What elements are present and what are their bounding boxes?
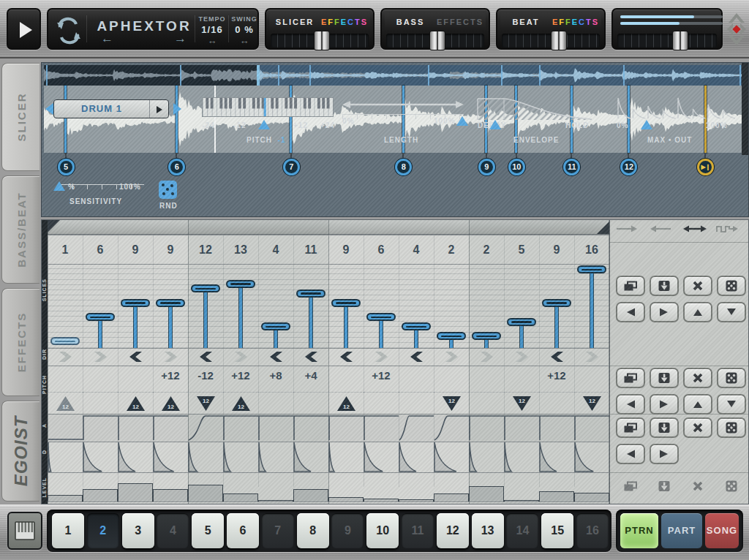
tab-slicer[interactable]: SLICER xyxy=(1,63,39,171)
pitch-cell[interactable]: +12 xyxy=(539,366,574,414)
right-button[interactable] xyxy=(650,394,679,415)
pitch-cell[interactable] xyxy=(469,366,504,414)
decay-cell[interactable] xyxy=(574,442,609,472)
slice-number-cell[interactable]: 11 xyxy=(293,235,328,264)
dir-forward-icon[interactable] xyxy=(445,352,458,362)
slice-slider[interactable] xyxy=(539,264,574,348)
attack-cell[interactable] xyxy=(504,414,539,442)
pattern-button-15[interactable]: 15 xyxy=(541,513,573,548)
octave-down-triangle[interactable]: 12 xyxy=(443,396,461,411)
slice-slider[interactable] xyxy=(574,264,609,348)
slice-slider-cap[interactable] xyxy=(86,313,115,321)
dice-button[interactable] xyxy=(717,276,746,296)
decay-cell[interactable] xyxy=(469,442,504,472)
slice-slider[interactable] xyxy=(223,264,258,348)
slicer-fx-fader[interactable] xyxy=(271,34,369,48)
attack-cell[interactable] xyxy=(574,414,609,442)
tab-bass-beat[interactable]: BASS/BEAT xyxy=(1,175,39,284)
attack-cell[interactable] xyxy=(48,414,83,442)
dir-forward-icon[interactable] xyxy=(94,352,107,362)
pitch-cell[interactable]: 12 xyxy=(574,366,609,414)
down-button[interactable] xyxy=(717,302,746,322)
slice-number-cell[interactable]: 2 xyxy=(434,235,469,264)
attack-cell[interactable] xyxy=(83,414,118,442)
slice-number-cell[interactable]: 2 xyxy=(469,235,504,264)
decay-cell[interactable] xyxy=(188,442,223,472)
playdir-arrow-right[interactable] xyxy=(614,223,644,241)
mode-part-button[interactable]: PART xyxy=(661,513,702,548)
level-cell[interactable] xyxy=(118,472,153,502)
pattern-button-8[interactable]: 8 xyxy=(297,513,329,548)
dir-cell[interactable] xyxy=(504,348,539,366)
dir-cell[interactable] xyxy=(399,348,434,366)
right-button[interactable] xyxy=(650,302,679,322)
sample-select[interactable]: DRUM 1 xyxy=(53,99,169,118)
pattern-button-5[interactable]: 5 xyxy=(192,513,224,548)
dir-cell[interactable] xyxy=(223,348,258,366)
pattern-button-13[interactable]: 13 xyxy=(472,513,504,548)
pitch-cell[interactable]: 12 xyxy=(434,366,469,414)
slice-number-cell[interactable]: 16 xyxy=(574,235,609,264)
slice-random-dice[interactable] xyxy=(159,181,177,199)
slice-slider[interactable] xyxy=(434,264,469,348)
playdir-arrow-snake[interactable] xyxy=(715,223,745,241)
level-cell[interactable] xyxy=(399,472,434,502)
decay-cell[interactable] xyxy=(48,442,83,472)
decay-cell[interactable] xyxy=(539,442,574,472)
dir-reverse-icon[interactable] xyxy=(270,352,282,362)
dir-cell[interactable] xyxy=(574,348,609,366)
slice-number-cell[interactable]: 1 xyxy=(48,235,83,264)
pitch-cell[interactable]: -1212 xyxy=(188,366,223,414)
bass-mix-button[interactable]: BASS xyxy=(385,13,436,31)
dice-button[interactable] xyxy=(717,368,746,388)
pattern-button-6[interactable]: 6 xyxy=(227,513,259,548)
level-cell[interactable] xyxy=(364,472,399,502)
pattern-button-7[interactable]: 7 xyxy=(262,513,294,548)
slice-slider-cap[interactable] xyxy=(577,265,606,273)
slice-marker-12[interactable]: 12 xyxy=(620,159,637,175)
attack-cell[interactable] xyxy=(293,414,328,442)
octave-down-triangle[interactable]: 12 xyxy=(197,396,215,411)
volume-fader[interactable] xyxy=(617,34,717,48)
sample-dropdown-icon[interactable] xyxy=(149,100,168,118)
octave-up-triangle[interactable]: 12 xyxy=(162,396,180,411)
dir-cell[interactable] xyxy=(328,348,364,366)
level-cell[interactable] xyxy=(539,472,574,502)
dir-cell[interactable] xyxy=(364,348,399,366)
dir-reverse-icon[interactable] xyxy=(551,352,563,362)
slice-slider-cap[interactable] xyxy=(331,299,361,307)
slice-marker-9[interactable]: 9 xyxy=(478,159,495,175)
pattern-button-16[interactable]: 16 xyxy=(576,513,609,548)
level-cell[interactable] xyxy=(83,472,118,502)
tempo-control[interactable]: TEMPO 1/16 ↔ xyxy=(196,15,228,46)
level-cell[interactable] xyxy=(188,472,223,502)
level-cell[interactable] xyxy=(153,472,188,502)
beat-fx-fader[interactable] xyxy=(502,34,600,48)
slice-slider-cap[interactable] xyxy=(507,318,536,326)
undo-icon[interactable] xyxy=(56,14,82,30)
dir-forward-icon[interactable] xyxy=(481,352,493,362)
pitch-cell[interactable] xyxy=(399,366,434,414)
envelope-cursor[interactable] xyxy=(489,120,501,129)
attack-cell[interactable] xyxy=(539,414,574,442)
pitch-cell[interactable]: 12 xyxy=(48,366,83,414)
dir-cell[interactable] xyxy=(153,348,188,366)
bass-fx-fader[interactable] xyxy=(386,34,484,48)
dir-cell[interactable] xyxy=(118,348,153,366)
bass-fx-fader-knob[interactable] xyxy=(429,31,445,50)
slice-slider[interactable] xyxy=(328,264,364,348)
slice-number-cell[interactable]: 9 xyxy=(328,235,364,264)
decay-cell[interactable] xyxy=(118,442,153,472)
dir-cell[interactable] xyxy=(83,348,118,366)
slice-slider-cap[interactable] xyxy=(472,332,501,340)
octave-up-triangle[interactable]: 12 xyxy=(337,396,355,411)
clear-button[interactable] xyxy=(683,276,712,296)
beat-mix-button[interactable]: BEAT xyxy=(500,13,552,31)
attack-cell[interactable] xyxy=(364,414,399,442)
decay-cell[interactable] xyxy=(504,442,539,472)
copy-button[interactable] xyxy=(616,368,645,388)
pitch-cell[interactable]: +4 xyxy=(293,366,328,414)
length-cursor[interactable] xyxy=(456,116,468,126)
tempo-drag-icon[interactable]: ↔ xyxy=(196,35,228,46)
attack-cell[interactable] xyxy=(434,414,469,442)
